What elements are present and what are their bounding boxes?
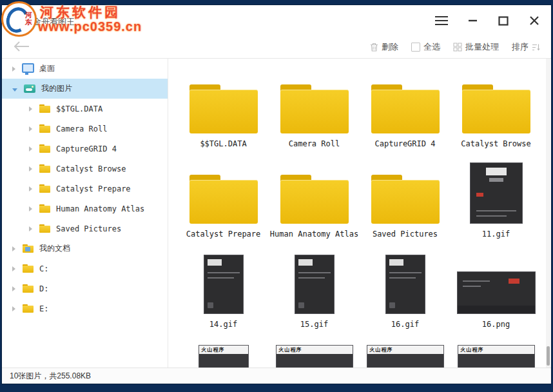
- image-item-row4-2[interactable]: 火山程序: [269, 342, 360, 368]
- image-item-row4-3[interactable]: 火山程序: [360, 342, 451, 368]
- sidebar-item-drive-c[interactable]: C:: [2, 259, 168, 279]
- sidebar-item-label: 我的文档: [39, 243, 70, 254]
- item-label: 15.gif: [300, 320, 328, 329]
- expand-arrow-icon[interactable]: [29, 106, 32, 112]
- folder-item-catalyst-prepare[interactable]: Catalyst Prepare: [178, 162, 269, 252]
- image-item-row4-4[interactable]: 火山程序: [451, 342, 541, 368]
- sidebar-item-capturegrid-4[interactable]: CaptureGRID 4: [2, 139, 168, 159]
- sidebar-item-catalyst-prepare[interactable]: Catalyst Prepare: [2, 179, 168, 199]
- image-thumbnail: 火山程序: [199, 342, 249, 368]
- sort-label: 排序: [512, 41, 529, 53]
- folder-item-capturegrid-4[interactable]: CaptureGRID 4: [360, 72, 451, 162]
- sidebar-item-camera-roll[interactable]: Camera Roll: [2, 119, 168, 139]
- expand-arrow-icon[interactable]: [12, 246, 15, 251]
- item-label: Catalyst Browse: [461, 139, 530, 148]
- image-item-row4-1[interactable]: 火山程序: [178, 342, 269, 368]
- folder-item-saved-pictures[interactable]: Saved Pictures: [360, 162, 451, 252]
- batch-process-button[interactable]: 批量处理: [453, 41, 499, 53]
- image-item-11-gif[interactable]: 11.gif: [451, 162, 541, 252]
- sidebar-item-my-pictures[interactable]: 我的图片: [2, 79, 168, 99]
- folder-item-camera-roll[interactable]: Camera Roll: [269, 72, 360, 162]
- folder-icon: [280, 72, 349, 133]
- status-text: 10张图片，共255.08KB: [10, 371, 91, 382]
- image-thumbnail: [470, 162, 523, 224]
- sidebar-item-label: Catalyst Prepare: [56, 184, 131, 193]
- scrollbar-thumb[interactable]: [547, 346, 550, 366]
- folder-item-catalyst-browse[interactable]: Catalyst Browse: [451, 72, 541, 162]
- delete-button[interactable]: 删除: [370, 41, 398, 53]
- expand-arrow-icon[interactable]: [12, 88, 17, 92]
- sidebar-item-label: E:: [39, 304, 48, 313]
- sidebar-tree: 桌面我的图片$$TGL.DATACamera RollCaptureGRID 4…: [2, 59, 168, 318]
- folder-icon: [39, 184, 50, 193]
- delete-label: 删除: [382, 41, 398, 53]
- documents-folder-icon: [23, 244, 34, 253]
- sidebar-item-drive-e[interactable]: E:: [2, 299, 168, 318]
- image-thumbnail: [204, 252, 244, 314]
- sidebar-item-my-documents[interactable]: 我的文档: [2, 239, 168, 259]
- sidebar-item-label: CaptureGRID 4: [56, 144, 117, 153]
- expand-arrow-icon[interactable]: [29, 126, 32, 132]
- sidebar-item-label: Human Anatomy Atlas: [56, 204, 144, 213]
- item-label: CaptureGRID 4: [375, 139, 436, 148]
- expand-arrow-icon[interactable]: [29, 166, 32, 172]
- sidebar-item-catalyst-browse[interactable]: Catalyst Browse: [2, 159, 168, 179]
- sidebar-item-saved-pictures[interactable]: Saved Pictures: [2, 219, 168, 239]
- sidebar-item-label: $$TGL.DATA: [56, 104, 102, 113]
- folder-item-tgl-data[interactable]: $$TGL.DATA: [178, 72, 269, 162]
- content-grid[interactable]: $$TGL.DATACamera RollCaptureGRID 4Cataly…: [168, 59, 545, 368]
- item-label: Catalyst Prepare: [186, 230, 261, 239]
- sidebar-item-label: D:: [39, 284, 48, 293]
- sort-icon: [532, 43, 541, 52]
- image-item-14-gif[interactable]: 14.gif: [178, 252, 269, 342]
- image-thumbnail: 火山程序: [367, 342, 444, 368]
- status-bar: 10张图片，共255.08KB: [2, 368, 551, 384]
- folder-icon: [189, 162, 258, 224]
- sidebar-item-label: Camera Roll: [56, 124, 107, 133]
- minimize-button[interactable]: [465, 5, 480, 36]
- expand-arrow-icon[interactable]: [29, 206, 32, 211]
- sort-button[interactable]: 排序: [512, 41, 541, 53]
- image-thumbnail: [295, 252, 335, 314]
- sidebar-item-label: Saved Pictures: [56, 224, 121, 233]
- sidebar-item-human-anatomy-atlas[interactable]: Human Anatomy Atlas: [2, 199, 168, 219]
- expand-arrow-icon[interactable]: [29, 226, 32, 231]
- expand-arrow-icon[interactable]: [29, 186, 32, 191]
- item-label: $$TGL.DATA: [200, 139, 246, 148]
- minimize-icon: [468, 19, 478, 22]
- item-label: 11.gif: [482, 230, 510, 239]
- close-button[interactable]: [527, 5, 542, 36]
- hamburger-icon: [434, 15, 449, 26]
- item-label: Human Anatomy Atlas: [270, 230, 358, 239]
- vertical-scrollbar[interactable]: [546, 59, 550, 368]
- close-icon: [529, 15, 539, 26]
- sidebar-item-drive-d[interactable]: D:: [2, 279, 168, 299]
- watermark-site-name: 河东软件园: [40, 3, 121, 21]
- expand-arrow-icon[interactable]: [29, 146, 32, 152]
- sidebar-item-label: 我的图片: [41, 83, 72, 94]
- expand-arrow-icon[interactable]: [12, 306, 15, 311]
- item-label: 14.gif: [209, 320, 237, 329]
- expand-arrow-icon[interactable]: [12, 266, 15, 271]
- trash-icon: [370, 43, 378, 52]
- window-controls: [434, 5, 542, 36]
- back-button[interactable]: [12, 40, 30, 55]
- desktop-icon: [22, 63, 34, 73]
- sidebar-item-label: Catalyst Browse: [56, 164, 126, 173]
- batch-process-label: 批量处理: [465, 41, 499, 53]
- image-item-16-gif[interactable]: 16.gif: [360, 252, 451, 342]
- expand-arrow-icon[interactable]: [12, 286, 15, 291]
- sidebar-item-tgl-data[interactable]: $$TGL.DATA: [2, 99, 168, 119]
- sidebar-item-desktop[interactable]: 桌面: [2, 59, 168, 79]
- checkbox-icon: [411, 43, 420, 52]
- menu-button[interactable]: [434, 5, 449, 36]
- select-all-control[interactable]: 全选: [411, 41, 440, 53]
- watermark-logo: 河东: [1, 1, 37, 37]
- folder-item-human-anatomy-atlas[interactable]: Human Anatomy Atlas: [269, 162, 360, 252]
- image-item-15-gif[interactable]: 15.gif: [269, 252, 360, 342]
- image-item-16-png[interactable]: 16.png: [451, 252, 541, 342]
- expand-arrow-icon[interactable]: [12, 66, 15, 72]
- maximize-button[interactable]: [496, 5, 511, 36]
- sidebar: 桌面我的图片$$TGL.DATACamera RollCaptureGRID 4…: [2, 59, 168, 368]
- item-label: Saved Pictures: [373, 230, 438, 239]
